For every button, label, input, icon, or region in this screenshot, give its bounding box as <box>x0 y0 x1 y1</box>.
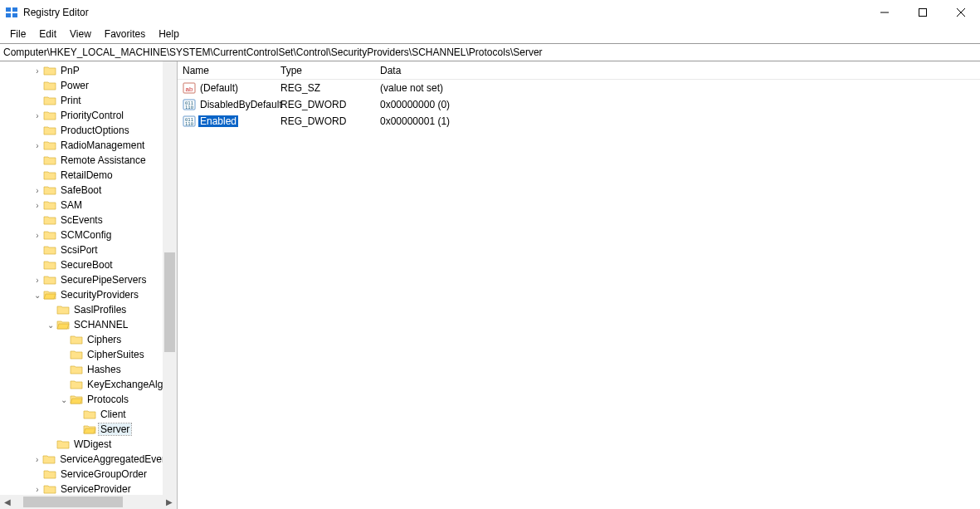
svg-rect-0 <box>6 7 11 12</box>
title-bar: Registry Editor <box>0 0 980 25</box>
tree-item[interactable]: ›ScsiPort <box>0 242 177 257</box>
tree-item[interactable]: ›ServiceAggregatedEvents <box>0 452 177 467</box>
folder-icon <box>43 184 56 196</box>
values-panel: Name Type Data ab(Default)REG_SZ(value n… <box>178 61 980 509</box>
folder-icon <box>43 125 56 136</box>
menu-file[interactable]: File <box>3 27 32 42</box>
menu-edit[interactable]: Edit <box>32 27 63 42</box>
column-data[interactable]: Data <box>380 65 980 76</box>
tree-item-label: PriorityControl <box>59 110 125 121</box>
chevron-right-icon[interactable]: › <box>32 455 42 464</box>
tree-item[interactable]: ›SCMConfig <box>0 228 177 242</box>
tree-item-label: SecurePipeServers <box>59 274 148 286</box>
scroll-right-icon[interactable]: ▶ <box>163 497 175 507</box>
tree-item-label: Ciphers <box>85 334 123 345</box>
reg-binary-icon: 011110 <box>183 98 196 111</box>
folder-icon <box>70 349 83 360</box>
tree-item[interactable]: ›PriorityControl <box>0 108 177 123</box>
tree-item[interactable]: ›SAM <box>0 198 177 213</box>
tree-vertical-scrollbar[interactable] <box>163 61 177 495</box>
value-row[interactable]: 011110EnabledREG_DWORD0x00000001 (1) <box>178 113 980 130</box>
tree-item-label: CipherSuites <box>85 349 146 360</box>
reg-string-icon: ab <box>183 81 196 95</box>
tree-item-label: RadioManagement <box>59 139 146 151</box>
folder-icon <box>70 379 83 390</box>
scrollbar-thumb[interactable] <box>164 252 175 352</box>
tree-item[interactable]: ›SaslProfiles <box>0 302 177 317</box>
folder-icon <box>43 139 56 151</box>
svg-rect-2 <box>6 13 11 17</box>
chevron-right-icon[interactable]: › <box>32 276 43 285</box>
tree-item[interactable]: ⌄SCHANNEL <box>0 317 177 332</box>
chevron-down-icon[interactable]: ⌄ <box>45 321 56 330</box>
tree-item[interactable]: ›ServiceProvider <box>0 482 177 495</box>
chevron-down-icon[interactable]: ⌄ <box>58 395 70 404</box>
close-button[interactable] <box>942 0 980 25</box>
value-row[interactable]: ab(Default)REG_SZ(value not set) <box>178 80 980 96</box>
svg-rect-1 <box>12 7 17 12</box>
minimize-button[interactable] <box>865 0 904 25</box>
menu-help[interactable]: Help <box>152 27 186 42</box>
values-list[interactable]: ab(Default)REG_SZ(value not set)011110Di… <box>178 80 980 130</box>
scrollbar-thumb[interactable] <box>23 497 123 507</box>
tree-item[interactable]: ›SecureBoot <box>0 257 177 272</box>
tree-item-label: Hashes <box>85 364 123 375</box>
tree-item[interactable]: ›PnP <box>0 63 177 78</box>
tree-horizontal-scrollbar[interactable]: ◀ ▶ <box>0 495 177 509</box>
tree-item[interactable]: ›Ciphers <box>0 332 177 347</box>
folder-icon <box>43 199 56 211</box>
tree-item[interactable]: ›CipherSuites <box>0 347 177 362</box>
value-type: REG_DWORD <box>280 99 380 110</box>
address-bar[interactable]: Computer\HKEY_LOCAL_MACHINE\SYSTEM\Curre… <box>0 43 980 61</box>
regedit-icon <box>5 6 18 19</box>
tree-item[interactable]: ›RadioManagement <box>0 138 177 153</box>
maximize-button[interactable] <box>904 0 942 25</box>
tree-item-label: PnP <box>59 65 81 76</box>
chevron-down-icon[interactable]: ⌄ <box>32 291 43 300</box>
folder-icon <box>70 334 83 345</box>
chevron-right-icon[interactable]: › <box>32 485 43 494</box>
tree-item-label: SAM <box>59 199 84 211</box>
tree-item[interactable]: ›Remote Assistance <box>0 153 177 168</box>
tree-item-label: Remote Assistance <box>59 154 148 166</box>
window-title: Registry Editor <box>23 7 89 18</box>
chevron-right-icon[interactable]: › <box>32 66 43 76</box>
tree-item[interactable]: ›KeyExchangeAlgor <box>0 377 177 392</box>
tree-item[interactable]: ›ScEvents <box>0 213 177 228</box>
tree-item[interactable]: ⌄SecurityProviders <box>0 287 177 302</box>
tree-item[interactable]: ›ServiceGroupOrder <box>0 467 177 482</box>
value-data: (value not set) <box>380 82 980 94</box>
tree-item[interactable]: ›ProductOptions <box>0 123 177 138</box>
folder-icon <box>43 110 56 121</box>
folder-icon <box>43 65 56 76</box>
tree-item-label: SCMConfig <box>59 229 113 241</box>
menubar: File Edit View Favorites Help <box>0 25 980 43</box>
scroll-left-icon[interactable]: ◀ <box>2 497 13 507</box>
tree-item[interactable]: ›Client <box>0 407 177 422</box>
chevron-right-icon[interactable]: › <box>32 111 43 120</box>
tree-item[interactable]: ›SecurePipeServers <box>0 272 177 287</box>
tree-item[interactable]: ⌄Protocols <box>0 392 177 407</box>
tree-item-label: WDigest <box>72 438 113 450</box>
tree-item[interactable]: ›Hashes <box>0 362 177 377</box>
tree-item-label: Print <box>59 95 83 106</box>
chevron-right-icon[interactable]: › <box>32 231 43 240</box>
tree-item[interactable]: ›Print <box>0 93 177 108</box>
tree-item-label: ProductOptions <box>59 125 131 136</box>
menu-view[interactable]: View <box>63 27 98 42</box>
registry-tree[interactable]: ›PnP›Power›Print›PriorityControl›Product… <box>0 61 177 495</box>
menu-favorites[interactable]: Favorites <box>98 27 152 42</box>
tree-item[interactable]: ›Power <box>0 78 177 93</box>
chevron-right-icon[interactable]: › <box>32 201 43 210</box>
tree-item[interactable]: ›RetailDemo <box>0 168 177 183</box>
chevron-right-icon[interactable]: › <box>32 141 43 150</box>
tree-item[interactable]: ›Server <box>0 422 177 437</box>
value-row[interactable]: 011110DisabledByDefaultREG_DWORD0x000000… <box>178 96 980 113</box>
tree-item-label: Client <box>99 409 128 420</box>
column-type[interactable]: Type <box>280 65 380 76</box>
tree-item[interactable]: ›WDigest <box>0 437 177 452</box>
svg-rect-5 <box>919 9 927 17</box>
column-name[interactable]: Name <box>183 65 280 76</box>
tree-item[interactable]: ›SafeBoot <box>0 183 177 198</box>
chevron-right-icon[interactable]: › <box>32 186 43 195</box>
